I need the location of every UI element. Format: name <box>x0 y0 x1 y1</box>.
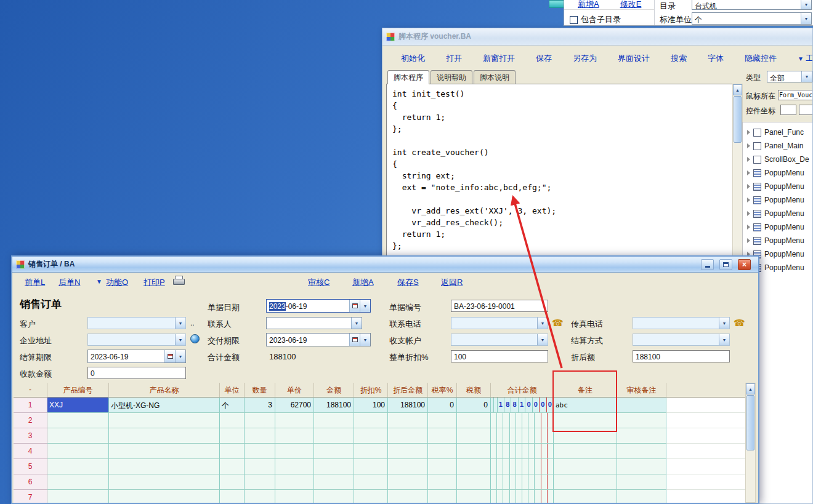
tree-item-popupmenu[interactable]: PopupMenu <box>743 234 813 247</box>
note-cell[interactable]: abc <box>554 398 617 413</box>
chevron-down-icon[interactable]: ▼ <box>719 318 729 329</box>
cell-col-7[interactable] <box>354 413 388 428</box>
contact-combo[interactable]: ▼ <box>266 317 362 329</box>
tree-item-popupmenu[interactable]: PopupMenu <box>743 207 813 220</box>
expand-icon[interactable] <box>747 130 750 135</box>
chevron-down-icon[interactable]: ▼ <box>175 318 185 329</box>
expand-icon[interactable] <box>747 157 750 162</box>
cell-col-2[interactable] <box>109 444 220 459</box>
amount-digit-cell[interactable] <box>491 474 554 490</box>
cell-col-5[interactable] <box>275 474 314 490</box>
cell-col-9[interactable]: 0 <box>428 398 457 413</box>
cell-col-4[interactable] <box>245 444 275 459</box>
cell-col-9[interactable] <box>428 490 457 503</box>
audit-note-cell[interactable] <box>617 459 666 474</box>
cell-col-6[interactable] <box>314 413 354 428</box>
tree-item-popupmenu[interactable]: PopupMenu <box>743 180 813 193</box>
menu-audit-button[interactable]: 审核C <box>308 277 330 288</box>
chevron-down-icon[interactable]: ▼ <box>351 318 362 329</box>
address-combo[interactable]: ▼ <box>87 334 186 346</box>
cell-col-1[interactable] <box>47 444 109 459</box>
row-number[interactable]: 4 <box>14 444 47 459</box>
menu-print-button[interactable]: 打印P <box>144 277 165 288</box>
account-combo[interactable]: ▼ <box>451 334 548 346</box>
cell-col-10[interactable] <box>457 413 491 428</box>
toolbar-link-2[interactable]: 新窗打开 <box>483 53 515 64</box>
type-combo[interactable]: 全部 ▼ <box>767 71 812 82</box>
scroll-up-button[interactable]: ▲ <box>733 84 742 95</box>
cell-col-8[interactable] <box>388 490 428 503</box>
script-window-titlebar[interactable]: 脚本程序 voucher.BA <box>382 28 812 46</box>
amount-digit-cell[interactable] <box>491 490 554 503</box>
script-tab-2[interactable]: 脚本说明 <box>474 70 516 84</box>
cell-col-5[interactable] <box>275 444 314 459</box>
coord-x-field[interactable] <box>780 105 796 115</box>
note-cell[interactable] <box>554 444 617 459</box>
cell-col-1[interactable] <box>47 413 109 428</box>
cell-col-7[interactable] <box>354 474 388 490</box>
cell-col-4[interactable]: 3 <box>245 398 275 413</box>
scroll-thumb[interactable] <box>734 96 742 143</box>
cell-col-8[interactable] <box>388 444 428 459</box>
menu-next-button[interactable]: 后单N <box>59 277 80 288</box>
row-number[interactable]: 1 <box>14 398 47 413</box>
audit-note-cell[interactable] <box>617 413 666 428</box>
amount-digit-cell[interactable] <box>491 444 554 459</box>
note-cell[interactable] <box>554 428 617 444</box>
chevron-down-icon[interactable]: ▼ <box>801 0 811 9</box>
toolbar-link-3[interactable]: 保存 <box>536 53 552 64</box>
note-cell[interactable] <box>554 474 617 490</box>
unit-combo[interactable]: 个 ▼ <box>692 12 812 25</box>
cell-col-1[interactable]: XXJ <box>47 398 109 413</box>
chevron-down-icon[interactable]: ▼ <box>537 334 548 345</box>
tree-item-popupmenu[interactable]: PopupMenu <box>743 193 813 207</box>
tree-item-panel_main[interactable]: Panel_Main <box>743 139 813 153</box>
tree-item-popupmenu[interactable]: PopupMenu <box>743 220 813 234</box>
phone-icon[interactable]: ☎ <box>552 318 564 327</box>
cell-col-8[interactable] <box>388 459 428 474</box>
toolbar-link-4[interactable]: 另存为 <box>573 53 597 64</box>
expand-icon[interactable] <box>747 211 750 216</box>
dir-combo[interactable]: 台式机 ▼ <box>692 0 812 10</box>
cell-col-1[interactable] <box>47 459 109 474</box>
toolbar-link-8[interactable]: 隐藏控件 <box>745 53 777 64</box>
cell-col-10[interactable] <box>457 490 491 503</box>
cell-col-4[interactable] <box>245 474 275 490</box>
chevron-down-icon[interactable]: ▼ <box>537 318 548 329</box>
toolbar-link-1[interactable]: 打开 <box>446 53 462 64</box>
chevron-down-icon[interactable]: ▼ <box>801 71 812 82</box>
amount-digit-cell[interactable]: 18810000 <box>491 398 554 413</box>
close-button[interactable]: × <box>738 259 751 270</box>
menu-prev-button[interactable]: 前单L <box>25 277 45 288</box>
cell-col-2[interactable] <box>109 413 220 428</box>
cell-col-1[interactable] <box>47 474 109 490</box>
chevron-down-icon[interactable]: ▼ <box>175 350 185 362</box>
cell-col-2[interactable] <box>109 490 220 503</box>
cell-col-3[interactable] <box>220 474 245 490</box>
cell-col-8[interactable] <box>388 474 428 490</box>
amount-digit-cell[interactable] <box>491 413 554 428</box>
customer-browse-button[interactable]: .. <box>190 319 195 327</box>
toolbar-link-6[interactable]: 搜索 <box>671 53 687 64</box>
after-discount-field[interactable]: 188100 <box>633 350 730 362</box>
edit-link[interactable]: 修改E <box>620 0 642 8</box>
cell-col-9[interactable] <box>428 444 457 459</box>
add-link[interactable]: 新增A <box>578 0 599 8</box>
amount-digit-cell[interactable] <box>491 459 554 474</box>
script-tab-1[interactable]: 说明帮助 <box>431 70 472 84</box>
tree-item-panel_func[interactable]: Panel_Func <box>743 126 813 139</box>
audit-note-cell[interactable] <box>617 490 666 503</box>
maximize-button[interactable] <box>719 259 732 270</box>
toolbar-link-7[interactable]: 字体 <box>708 53 724 64</box>
cell-col-2[interactable]: 小型机-XG-NG <box>109 398 220 413</box>
row-number[interactable]: 5 <box>14 459 47 474</box>
audit-note-cell[interactable] <box>617 474 666 490</box>
menu-function-button[interactable]: 功能O <box>106 277 128 288</box>
cell-col-2[interactable] <box>109 428 220 444</box>
cell-col-6[interactable] <box>314 474 354 490</box>
cell-col-10[interactable]: 0 <box>457 398 491 413</box>
cell-col-2[interactable] <box>109 474 220 490</box>
cell-col-4[interactable] <box>245 459 275 474</box>
settle-date-input[interactable]: 2023-06-19 ▼ <box>87 350 186 363</box>
cell-col-7[interactable] <box>354 459 388 474</box>
